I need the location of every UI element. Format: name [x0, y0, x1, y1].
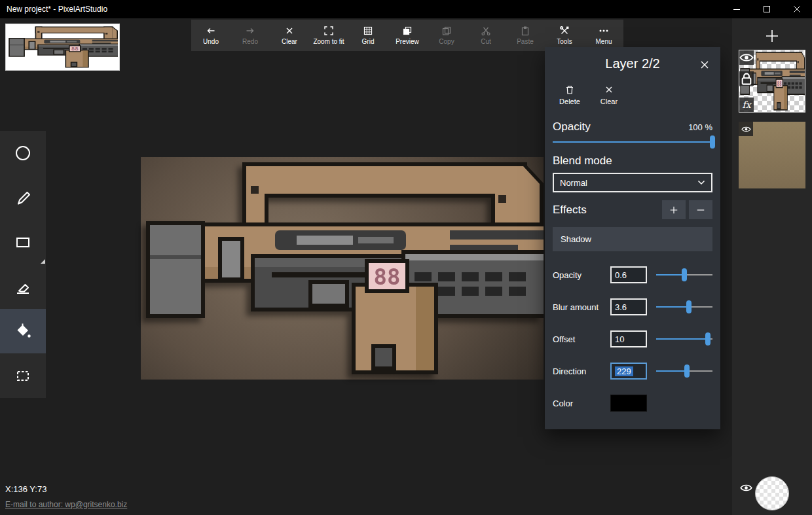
layer-panel-header: Layer 2/2 [553, 52, 712, 77]
shadow-offset-row: Offset 10 [553, 330, 712, 347]
add-effect-button[interactable] [662, 200, 686, 219]
opacity-value: 100 % [688, 122, 712, 132]
shadow-color-swatch[interactable] [610, 395, 647, 412]
drawing-canvas[interactable] [141, 157, 544, 380]
opacity-label: Opacity [553, 120, 591, 133]
shadow-offset-input[interactable]: 10 [610, 330, 647, 347]
tool-sidebar [0, 131, 46, 398]
slider-fill [656, 274, 684, 275]
toolbar-button-label: Menu [595, 38, 612, 45]
slider-fill [553, 141, 712, 143]
main-toolbar: Undo Redo Clear Zoom to fit Grid Preview [191, 20, 623, 51]
cut-button[interactable]: Cut [466, 20, 506, 51]
select-tool-button[interactable] [0, 353, 46, 398]
redo-button[interactable]: Redo [231, 20, 270, 51]
remove-effect-button[interactable] [689, 200, 712, 219]
fx-label: fx [742, 99, 750, 110]
eye-icon [741, 124, 751, 134]
layers-sidebar: fx [732, 18, 812, 515]
redo-icon [245, 26, 255, 36]
layer-effects-badge[interactable]: fx [739, 98, 754, 112]
shadow-opacity-input[interactable]: 0.6 [610, 266, 647, 283]
slider-thumb[interactable] [705, 332, 710, 346]
layer-item-1[interactable] [739, 122, 805, 188]
add-layer-button[interactable] [732, 24, 812, 48]
layer-opacity-slider[interactable] [553, 133, 712, 151]
shadow-opacity-slider[interactable] [656, 266, 712, 283]
close-button[interactable] [782, 0, 812, 18]
layer-visibility-toggle[interactable] [739, 50, 754, 65]
toolbar-button-label: Tools [557, 38, 572, 45]
app-surface: Undo Redo Clear Zoom to fit Grid Preview [0, 18, 812, 515]
clear-layer-button[interactable]: Clear [593, 80, 625, 110]
shadow-blur-slider[interactable] [656, 298, 712, 315]
grid-button[interactable]: Grid [348, 20, 388, 51]
toolbar-button-label: Grid [362, 38, 375, 45]
slider-thumb[interactable] [682, 268, 687, 281]
eraser-tool-button[interactable] [0, 264, 46, 309]
layer-item-2[interactable]: fx [739, 50, 805, 113]
shadow-opacity-row: Opacity 0.6 [553, 266, 712, 283]
minimize-button[interactable] [722, 0, 752, 18]
minimize-icon [733, 6, 740, 12]
background-visibility-toggle[interactable] [740, 482, 752, 497]
shadow-blur-input[interactable]: 3.6 [610, 298, 647, 315]
eye-icon [740, 482, 752, 494]
param-label: Color [553, 399, 610, 408]
cursor-coordinates: X:136 Y:73 [5, 484, 46, 494]
param-label: Offset [553, 334, 610, 344]
effect-name: Shadow [561, 234, 591, 244]
shadow-color-row: Color [553, 395, 712, 412]
plus-icon [669, 205, 678, 215]
menu-button[interactable]: Menu [584, 20, 623, 51]
shadow-direction-row: Direction 229 [553, 363, 712, 380]
layer-visibility-toggle[interactable] [739, 122, 753, 136]
slider-thumb[interactable] [684, 364, 690, 378]
fill-tool-button[interactable] [0, 309, 46, 353]
rectangle-tool-button[interactable] [0, 220, 46, 264]
delete-layer-button[interactable]: Delete [554, 80, 585, 110]
pencil-tool-button[interactable] [0, 175, 46, 220]
param-label: Blur amount [553, 302, 610, 312]
rectangle-tool-icon [14, 233, 32, 251]
shadow-direction-input[interactable]: 229 [610, 363, 647, 380]
toolbar-button-label: Redo [242, 38, 258, 45]
preview-gun-image [7, 26, 118, 69]
blend-mode-label: Blend mode [553, 154, 712, 168]
layer-actions: Delete Clear [553, 77, 712, 115]
toolbar-button-label: Undo [203, 38, 219, 45]
preview-icon [402, 26, 413, 36]
input-value-selected: 229 [615, 366, 633, 376]
pencil-tool-icon [14, 188, 32, 207]
window-title: New project* - PixelArtStudio [0, 5, 107, 14]
clear-button[interactable]: Clear [270, 20, 309, 51]
layer-lock-toggle[interactable] [739, 71, 754, 86]
paste-button[interactable]: Paste [506, 20, 545, 51]
zoom-to-fit-button[interactable]: Zoom to fit [309, 20, 348, 51]
undo-button[interactable]: Undo [191, 20, 231, 51]
app-window: New project* - PixelArtStudio Undo [0, 0, 812, 515]
maximize-button[interactable] [752, 0, 782, 18]
preview-button[interactable]: Preview [388, 20, 427, 51]
effect-item-shadow[interactable]: Shadow [553, 227, 712, 251]
shadow-offset-slider[interactable] [656, 330, 712, 347]
slider-thumb[interactable] [710, 135, 715, 149]
layer-panel-close-button[interactable] [697, 57, 712, 73]
plus-icon [764, 28, 780, 44]
close-icon [699, 60, 710, 70]
copy-button[interactable]: Copy [427, 20, 466, 51]
fill-tool-icon [14, 322, 32, 340]
author-email-link[interactable]: E-mail to author: wp@gritsenko.biz [5, 500, 127, 509]
blend-mode-select[interactable]: Normal [553, 173, 712, 192]
effects-label: Effects [553, 204, 587, 217]
background-color-button[interactable] [755, 476, 789, 510]
input-value: 3.6 [615, 302, 627, 312]
shadow-direction-slider[interactable] [656, 363, 712, 380]
undo-icon [206, 26, 216, 36]
tools-icon [559, 26, 570, 36]
tools-button[interactable]: Tools [545, 20, 584, 51]
slider-thumb[interactable] [686, 300, 692, 313]
artwork-preview-thumbnail[interactable] [5, 24, 120, 71]
input-value: 10 [615, 334, 624, 344]
ellipse-tool-button[interactable] [0, 131, 46, 175]
